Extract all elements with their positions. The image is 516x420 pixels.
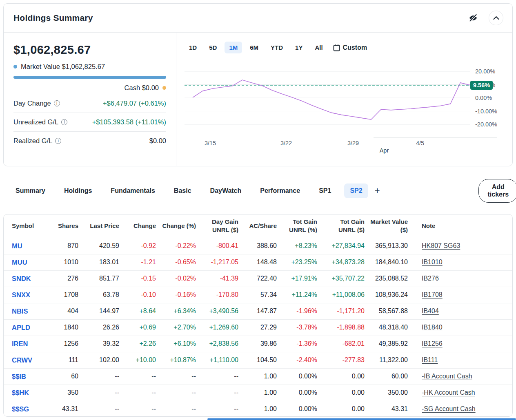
custom-range-label: Custom	[343, 44, 367, 51]
column-header-day_gain[interactable]: Day Gain UNRL ($)	[198, 214, 240, 238]
cell-change_pct: -0.22%	[158, 238, 198, 254]
range-tab-6m[interactable]: 6M	[245, 42, 263, 53]
cell-market_value: 48,318.40	[366, 319, 409, 336]
cell-symbol: $$HK	[4, 385, 51, 401]
portfolio-tabs: SummaryHoldingsFundamentalsBasicDayWatch…	[10, 183, 370, 198]
column-header-change[interactable]: Change	[121, 214, 158, 238]
cell-tot_gain: -682.01	[319, 336, 366, 352]
range-tab-all[interactable]: All	[310, 42, 327, 53]
table-header-row: SymbolSharesLast PriceChangeChange (%)Da…	[4, 214, 512, 238]
column-header-market_value[interactable]: Market Value ($)	[366, 214, 409, 238]
tab-basic[interactable]: Basic	[168, 183, 197, 198]
note-link[interactable]: -SG Account Cash	[422, 405, 476, 412]
cell-market_value: 43.31	[366, 401, 409, 417]
cell-note: IB276	[409, 270, 512, 287]
cell-tot_gain: +11,008.06	[319, 287, 366, 303]
cell-change_pct: --	[158, 368, 198, 385]
cell-note: -IB Account Cash	[409, 368, 512, 385]
note-link[interactable]: IB404	[422, 307, 439, 314]
note-link[interactable]: -HK Account Cash	[422, 389, 475, 396]
cell-last_price: --	[80, 401, 121, 417]
column-header-ac_share[interactable]: AC/Share	[240, 214, 278, 238]
note-link[interactable]: HK807 SG63	[422, 242, 460, 249]
add-tab-button[interactable]: +	[370, 185, 385, 197]
cell-ac_share: 1.00	[240, 368, 278, 385]
tab-sp1[interactable]: SP1	[313, 183, 337, 198]
range-tab-1y[interactable]: 1Y	[291, 42, 307, 53]
column-header-last_price[interactable]: Last Price	[80, 214, 121, 238]
tab-summary[interactable]: Summary	[10, 183, 51, 198]
tab-holdings[interactable]: Holdings	[58, 183, 98, 198]
summary-row-day-change: Day Changei+$6,479.07 (+0.61%)	[13, 94, 166, 113]
hide-values-eye-slash-icon[interactable]	[468, 13, 478, 23]
symbol-link[interactable]: CRWV	[12, 356, 32, 364]
tab-performance[interactable]: Performance	[254, 183, 306, 198]
symbol-link[interactable]: NBIS	[12, 307, 28, 315]
symbol-link[interactable]: $$IB	[12, 373, 26, 380]
range-tab-ytd[interactable]: YTD	[266, 42, 287, 53]
cell-last_price: --	[80, 385, 121, 401]
cell-ac_share: 27.29	[240, 319, 278, 336]
column-header-note[interactable]: Note	[409, 214, 512, 238]
range-tab-1m[interactable]: 1M	[225, 42, 242, 53]
cell-change: +2.26	[121, 336, 158, 352]
column-header-shares[interactable]: Shares	[51, 214, 80, 238]
info-icon[interactable]: i	[55, 138, 61, 144]
cell-day_gain: -800.41	[198, 238, 240, 254]
chart-panel: 1D5D1M6MYTD1YAllCustom 20.00%10.00%0.00%…	[176, 33, 512, 166]
column-header-tot_gain_pct[interactable]: Tot Gain UNRL (%)	[278, 214, 319, 238]
add-tickers-button[interactable]: Add tickers	[478, 179, 516, 203]
note-link[interactable]: IB1256	[422, 340, 443, 347]
cell-day_gain: -170.80	[198, 287, 240, 303]
cell-day_gain: +3,490.56	[198, 303, 240, 319]
summary-row-value: $0.00	[149, 137, 166, 145]
cell-tot_gain: 0.00	[319, 401, 366, 417]
cell-ac_share: 148.48	[240, 254, 278, 270]
table-row: SNXX170863.78-0.10-0.16%-170.8057.34+11.…	[4, 287, 512, 303]
symbol-link[interactable]: SNXX	[12, 291, 30, 298]
note-link[interactable]: IB1840	[422, 324, 443, 331]
table-row: NBIS404144.97+8.64+6.34%+3,490.56147.87-…	[4, 303, 512, 319]
cell-change_pct: +10.87%	[158, 352, 198, 368]
tab-sp2[interactable]: SP2	[344, 183, 368, 198]
cell-tot_gain_pct: +17.91%	[278, 270, 319, 287]
tab-daywatch[interactable]: DayWatch	[205, 183, 247, 198]
tab-fundamentals[interactable]: Fundamentals	[105, 183, 160, 198]
note-link[interactable]: IB1010	[422, 259, 443, 265]
symbol-link[interactable]: MU	[12, 242, 22, 250]
cell-tot_gain_pct: -3.78%	[278, 319, 319, 336]
cell-change: +8.64	[121, 303, 158, 319]
cell-last_price: --	[80, 368, 121, 385]
info-icon[interactable]: i	[54, 100, 60, 106]
cell-last_price: 39.32	[80, 336, 121, 352]
column-header-symbol[interactable]: Symbol	[4, 214, 51, 238]
y-axis-tick: 0.00%	[475, 95, 492, 101]
table-row: CRWV111102.00+10.00+10.87%+1,110.00104.5…	[4, 352, 512, 368]
symbol-link[interactable]: $$HK	[12, 389, 29, 396]
column-header-change_pct[interactable]: Change (%)	[158, 214, 198, 238]
note-link[interactable]: IB276	[422, 275, 439, 282]
note-link[interactable]: -IB Account Cash	[422, 373, 472, 380]
note-link[interactable]: IB1708	[422, 291, 443, 298]
symbol-link[interactable]: MUU	[12, 259, 27, 266]
symbol-link[interactable]: APLD	[12, 324, 30, 331]
horizontal-scrollbar[interactable]	[207, 418, 516, 420]
cell-change: -0.10	[121, 287, 158, 303]
symbol-link[interactable]: $$SG	[12, 405, 29, 413]
cell-market_value: 11,322.00	[366, 352, 409, 368]
cell-tot_gain_pct: +8.23%	[278, 238, 319, 254]
info-icon[interactable]: i	[61, 119, 67, 125]
range-tab-1d[interactable]: 1D	[185, 42, 201, 53]
note-link[interactable]: IB111	[422, 356, 438, 363]
cell-tot_gain_pct: 0.00%	[278, 385, 319, 401]
symbol-link[interactable]: SNDK	[12, 275, 31, 282]
current-return-badge: 9.56%	[470, 81, 493, 90]
cell-tot_gain: +35,707.22	[319, 270, 366, 287]
cell-shares: 60	[51, 368, 80, 385]
column-header-tot_gain[interactable]: Tot Gain UNRL ($)	[319, 214, 366, 238]
cell-note: IB1840	[409, 319, 512, 336]
symbol-link[interactable]: IREN	[12, 340, 28, 347]
collapse-panel-button[interactable]	[489, 11, 503, 25]
range-tab-5d[interactable]: 5D	[205, 42, 221, 53]
range-tab-custom[interactable]: Custom	[333, 44, 367, 51]
